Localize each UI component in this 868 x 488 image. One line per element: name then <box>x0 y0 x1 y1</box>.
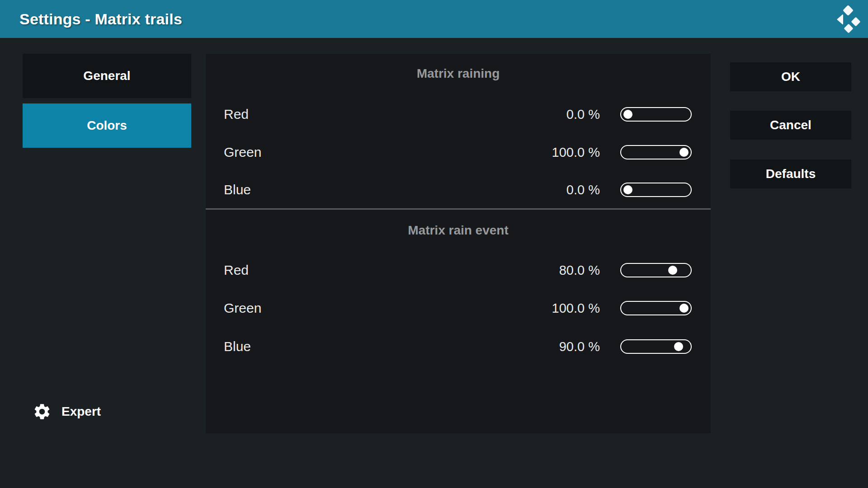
setting-row-raining-blue: Blue 0.0 % <box>206 178 711 202</box>
ok-button-label: OK <box>781 70 800 84</box>
setting-label: Red <box>224 107 249 122</box>
settings-level-label: Expert <box>61 404 101 419</box>
setting-label: Red <box>224 263 249 278</box>
dialog-title: Settings - Matrix trails <box>19 0 182 38</box>
setting-row-event-green: Green 100.0 % <box>206 296 711 320</box>
section-title-matrix-rain-event: Matrix rain event <box>206 221 711 239</box>
tab-general[interactable]: General <box>23 54 191 98</box>
setting-value: 80.0 % <box>559 263 600 278</box>
setting-label: Blue <box>224 339 251 354</box>
setting-value: 90.0 % <box>559 339 600 354</box>
slider-event-blue[interactable] <box>620 339 692 354</box>
setting-value: 0.0 % <box>566 183 600 197</box>
tab-general-label: General <box>83 69 130 83</box>
setting-value: 0.0 % <box>566 107 600 122</box>
setting-row-event-blue: Blue 90.0 % <box>206 334 711 359</box>
section-divider <box>206 208 711 210</box>
setting-label: Blue <box>224 182 251 197</box>
dialog-header: Settings - Matrix trails <box>0 0 868 38</box>
kodi-logo-icon <box>836 5 860 33</box>
slider-knob[interactable] <box>623 110 632 119</box>
slider-knob[interactable] <box>674 342 683 351</box>
section-title-matrix-raining: Matrix raining <box>206 65 711 83</box>
slider-event-red[interactable] <box>620 263 692 277</box>
setting-row-event-red: Red 80.0 % <box>206 258 711 282</box>
gear-icon <box>33 402 52 421</box>
slider-knob[interactable] <box>668 266 677 275</box>
setting-value: 100.0 % <box>552 145 600 160</box>
cancel-button[interactable]: Cancel <box>730 111 851 140</box>
setting-row-raining-green: Green 100.0 % <box>206 140 711 164</box>
tab-colors[interactable]: Colors <box>23 103 191 148</box>
settings-level-toggle[interactable]: Expert <box>33 402 101 421</box>
slider-knob[interactable] <box>623 185 632 194</box>
settings-panel: Matrix raining Red 0.0 % Green 100.0 % B… <box>206 54 711 433</box>
slider-event-green[interactable] <box>620 301 692 315</box>
setting-label: Green <box>224 145 261 160</box>
slider-raining-red[interactable] <box>620 107 692 122</box>
defaults-button[interactable]: Defaults <box>730 160 851 188</box>
ok-button[interactable]: OK <box>730 62 851 91</box>
cancel-button-label: Cancel <box>770 118 811 132</box>
slider-knob[interactable] <box>679 148 689 157</box>
slider-knob[interactable] <box>679 304 689 313</box>
settings-dialog: Settings - Matrix trails General Colors … <box>0 0 868 488</box>
tab-colors-label: Colors <box>87 118 127 133</box>
setting-row-raining-red: Red 0.0 % <box>206 102 711 127</box>
slider-raining-green[interactable] <box>620 145 692 160</box>
slider-raining-blue[interactable] <box>620 183 692 197</box>
setting-value: 100.0 % <box>552 301 600 316</box>
setting-label: Green <box>224 300 261 316</box>
defaults-button-label: Defaults <box>766 167 816 181</box>
